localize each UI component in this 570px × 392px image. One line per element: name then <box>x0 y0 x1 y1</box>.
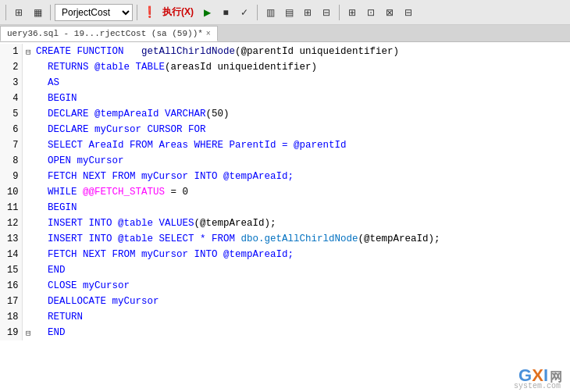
table-row: 18 RETURN <box>0 309 570 325</box>
toolbar-btn-g5[interactable]: ⊞ <box>344 4 361 21</box>
toolbar-btn-stop[interactable]: ■ <box>217 4 234 21</box>
line-content: CLOSE myCursor <box>34 278 570 294</box>
table-row: 4 BEGIN <box>0 91 570 106</box>
table-row: 3 AS <box>0 75 570 91</box>
line-number: 10 <box>0 184 22 200</box>
line-number: 19 <box>0 325 22 340</box>
line-content: END <box>34 325 570 340</box>
line-expand-icon <box>22 169 34 184</box>
line-content: CREATE FUNCTION getAllChirldNode(@parent… <box>34 44 570 59</box>
toolbar-sep-1 <box>5 5 6 20</box>
line-expand-icon <box>22 137 34 153</box>
table-row: 17 DEALLOCATE myCursor <box>0 294 570 309</box>
line-expand-icon[interactable]: ⊟ <box>22 325 34 340</box>
line-number: 12 <box>0 216 22 231</box>
line-expand-icon <box>22 278 34 294</box>
line-number: 18 <box>0 309 22 325</box>
table-row: 9 FETCH NEXT FROM myCursor INTO @tempAre… <box>0 169 570 184</box>
toolbar-btn-g4[interactable]: ⊟ <box>318 4 335 21</box>
line-number: 8 <box>0 153 22 169</box>
line-content: DEALLOCATE myCursor <box>34 294 570 309</box>
line-content: OPEN myCursor <box>34 153 570 169</box>
line-content: BEGIN <box>34 91 570 106</box>
line-number: 13 <box>0 231 22 247</box>
toolbar-btn-g6[interactable]: ⊡ <box>362 4 379 21</box>
table-row: 1⊟CREATE FUNCTION getAllChirldNode(@pare… <box>0 44 570 59</box>
code-editor[interactable]: 1⊟CREATE FUNCTION getAllChirldNode(@pare… <box>0 42 570 392</box>
line-expand-icon <box>22 184 34 200</box>
table-row: 16 CLOSE myCursor <box>0 278 570 294</box>
line-content: RETURN <box>34 309 570 325</box>
line-expand-icon <box>22 200 34 216</box>
toolbar-btn-g2[interactable]: ▤ <box>280 4 297 21</box>
line-content: INSERT INTO @table VALUES(@tempAreaId); <box>34 216 570 231</box>
line-number: 7 <box>0 137 22 153</box>
line-content: END <box>34 262 570 278</box>
database-selector[interactable]: PorjectCost <box>55 4 133 21</box>
table-row: 13 INSERT INTO @table SELECT * FROM dbo.… <box>0 231 570 247</box>
execute-button[interactable]: 执行(X) <box>159 4 197 21</box>
tab-close-btn[interactable]: × <box>206 30 211 38</box>
line-number: 14 <box>0 247 22 262</box>
line-expand-icon <box>22 309 34 325</box>
line-number: 11 <box>0 200 22 216</box>
toolbar-btn-g8[interactable]: ⊟ <box>400 4 417 21</box>
line-expand-icon <box>22 75 34 91</box>
line-number: 15 <box>0 262 22 278</box>
line-content: FETCH NEXT FROM myCursor INTO @tempAreaI… <box>34 247 570 262</box>
toolbar-sep-2 <box>50 5 51 20</box>
toolbar-sep-3 <box>137 5 137 20</box>
line-expand-icon <box>22 59 34 75</box>
toolbar-btn-g1[interactable]: ▥ <box>262 4 279 21</box>
line-expand-icon <box>22 122 34 137</box>
line-number: 16 <box>0 278 22 294</box>
line-number: 4 <box>0 91 22 106</box>
line-expand-icon <box>22 106 34 122</box>
line-number: 6 <box>0 122 22 137</box>
toolbar-btn-g3[interactable]: ⊞ <box>299 4 316 21</box>
toolbar-btn-g7[interactable]: ⊠ <box>381 4 398 21</box>
line-content: RETURNS @table TABLE(areasId uniqueident… <box>34 59 570 75</box>
code-lines: 1⊟CREATE FUNCTION getAllChirldNode(@pare… <box>0 44 570 340</box>
line-expand-icon[interactable]: ⊟ <box>22 44 34 59</box>
table-row: 2 RETURNS @table TABLE(areasId uniqueide… <box>0 59 570 75</box>
tab-label: uery36.sql - 19...rjectCost (sa (59))* <box>7 29 203 38</box>
table-row: 12 INSERT INTO @table VALUES(@tempAreaId… <box>0 216 570 231</box>
line-content: AS <box>34 75 570 91</box>
table-row: 11 BEGIN <box>0 200 570 216</box>
line-expand-icon <box>22 294 34 309</box>
toolbar-btn-run[interactable]: ▶ <box>198 4 216 21</box>
table-row: 8 OPEN myCursor <box>0 153 570 169</box>
table-row: 14 FETCH NEXT FROM myCursor INTO @tempAr… <box>0 247 570 262</box>
line-expand-icon <box>22 216 34 231</box>
table-row: 19⊟ END <box>0 325 570 340</box>
table-row: 5 DECLARE @tempAreaId VARCHAR(50) <box>0 106 570 122</box>
line-content: WHILE @@FETCH_STATUS = 0 <box>34 184 570 200</box>
line-expand-icon <box>22 91 34 106</box>
line-content: FETCH NEXT FROM myCursor INTO @tempAreaI… <box>34 169 570 184</box>
error-icon: ❗ <box>143 5 156 19</box>
line-content: BEGIN <box>34 200 570 216</box>
line-number: 1 <box>0 44 22 59</box>
table-row: 7 SELECT AreaId FROM Areas WHERE ParentI… <box>0 137 570 153</box>
line-content: SELECT AreaId FROM Areas WHERE ParentId … <box>34 137 570 153</box>
line-number: 5 <box>0 106 22 122</box>
table-row: 15 END <box>0 262 570 278</box>
table-row: 6 DECLARE myCursor CURSOR FOR <box>0 122 570 137</box>
toolbar: ⊞ ▦ PorjectCost ❗ 执行(X) ▶ ■ ✓ ▥ ▤ ⊞ ⊟ ⊞ … <box>0 0 570 25</box>
line-expand-icon <box>22 153 34 169</box>
toolbar-btn-grid2[interactable]: ▦ <box>29 4 46 21</box>
line-expand-icon <box>22 247 34 262</box>
active-tab[interactable]: uery36.sql - 19...rjectCost (sa (59))* × <box>0 26 218 41</box>
line-content: DECLARE @tempAreaId VARCHAR(50) <box>34 106 570 122</box>
line-content: DECLARE myCursor CURSOR FOR <box>34 122 570 137</box>
line-expand-icon <box>22 262 34 278</box>
line-number: 17 <box>0 294 22 309</box>
line-expand-icon <box>22 231 34 247</box>
table-row: 10 WHILE @@FETCH_STATUS = 0 <box>0 184 570 200</box>
line-number: 2 <box>0 59 22 75</box>
toolbar-btn-grid1[interactable]: ⊞ <box>10 4 27 21</box>
toolbar-btn-check[interactable]: ✓ <box>236 4 253 21</box>
toolbar-sep-4 <box>257 5 258 20</box>
line-content: INSERT INTO @table SELECT * FROM dbo.get… <box>34 231 570 247</box>
